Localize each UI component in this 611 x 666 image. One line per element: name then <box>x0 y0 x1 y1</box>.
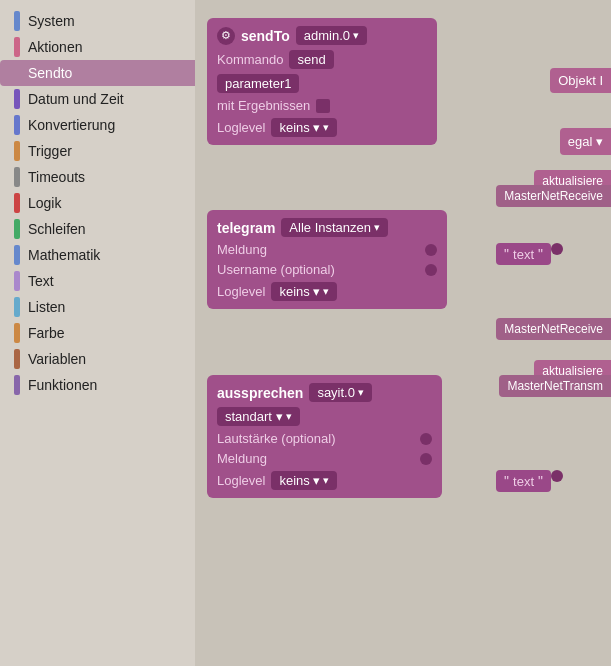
aussprechen-connector <box>551 470 563 482</box>
sidebar-label-system: System <box>28 13 75 29</box>
sidebar-item-timeouts[interactable]: Timeouts <box>0 164 195 190</box>
telegram-username-connector <box>425 264 437 276</box>
sendto-loglevel-label: Loglevel <box>217 120 265 135</box>
sidebar-item-konvertierung[interactable]: Konvertierung <box>0 112 195 138</box>
sendto-kommando-badge[interactable]: send <box>289 50 333 69</box>
sidebar-color-variablen <box>14 349 20 369</box>
sidebar-label-konvertierung: Konvertierung <box>28 117 115 133</box>
sidebar-item-schleifen[interactable]: Schleifen <box>0 216 195 242</box>
sidebar-item-funktionen[interactable]: Funktionen <box>0 372 195 398</box>
sidebar-color-text <box>14 271 20 291</box>
partial-block-objekt: Objekt I <box>550 68 611 93</box>
sidebar-label-trigger: Trigger <box>28 143 72 159</box>
sidebar-label-mathematik: Mathematik <box>28 247 100 263</box>
sendto-checkbox[interactable] <box>316 99 330 113</box>
sidebar-color-mathematik <box>14 245 20 265</box>
sendto-parameter-badge[interactable]: parameter1 <box>217 74 299 93</box>
aussprechen-meldung-label: Meldung <box>217 451 267 466</box>
aussprechen-meldung-connector <box>420 453 432 465</box>
sendto-badge[interactable]: admin.0 <box>296 26 367 45</box>
partial-block-egal: egal ▾ <box>560 128 611 155</box>
sidebar-item-aktionen[interactable]: Aktionen <box>0 34 195 60</box>
sendto-mitergebnissen-label: mit Ergebnissen <box>217 98 310 113</box>
sidebar-item-logik[interactable]: Logik <box>0 190 195 216</box>
sidebar-label-text: Text <box>28 273 54 289</box>
telegram-username-label: Username (optional) <box>217 262 335 277</box>
sidebar-color-listen <box>14 297 20 317</box>
sidebar-color-schleifen <box>14 219 20 239</box>
sidebar-label-schleifen: Schleifen <box>28 221 86 237</box>
sidebar-label-farbe: Farbe <box>28 325 65 341</box>
sidebar-color-system <box>14 11 20 31</box>
aussprechen-lautstaerke-connector <box>420 433 432 445</box>
aussprechen-loglevel-label: Loglevel <box>217 473 265 488</box>
sidebar-color-datum <box>14 89 20 109</box>
sidebar-item-system[interactable]: System <box>0 8 195 34</box>
block-sendto[interactable]: ⚙ sendTo admin.0 Kommando send parameter… <box>207 18 437 145</box>
sidebar: System Aktionen Sendto Datum und Zeit Ko… <box>0 0 195 666</box>
sidebar-item-sendto[interactable]: Sendto <box>0 60 195 86</box>
telegram-meldung-connector <box>425 244 437 256</box>
sidebar-item-farbe[interactable]: Farbe <box>0 320 195 346</box>
gear-icon: ⚙ <box>217 27 235 45</box>
sidebar-color-aktionen <box>14 37 20 57</box>
telegram-connector <box>551 243 563 255</box>
sidebar-label-datum: Datum und Zeit <box>28 91 124 107</box>
sidebar-color-timeouts <box>14 167 20 187</box>
telegram-text-badge: " text " <box>496 243 551 265</box>
telegram-loglevel-badge[interactable]: keins ▾ <box>271 282 337 301</box>
block-aussprechen[interactable]: aussprechen sayit.0 standart ▾ Lautstärk… <box>207 375 442 498</box>
telegram-meldung-label: Meldung <box>217 242 267 257</box>
sidebar-label-variablen: Variablen <box>28 351 86 367</box>
sidebar-item-listen[interactable]: Listen <box>0 294 195 320</box>
sidebar-item-datum[interactable]: Datum und Zeit <box>0 86 195 112</box>
sendto-kommando-label: Kommando <box>217 52 283 67</box>
partial-block-masternetreceive1: MasterNetReceive <box>496 185 611 207</box>
aussprechen-title: aussprechen <box>217 385 303 401</box>
sidebar-item-trigger[interactable]: Trigger <box>0 138 195 164</box>
sendto-loglevel-badge[interactable]: keins ▾ <box>271 118 337 137</box>
sidebar-color-farbe <box>14 323 20 343</box>
aussprechen-loglevel-badge[interactable]: keins ▾ <box>271 471 337 490</box>
telegram-title: telegram <box>217 220 275 236</box>
sidebar-item-mathematik[interactable]: Mathematik <box>0 242 195 268</box>
partial-block-masternettransm: MasterNetTransm <box>499 375 611 397</box>
partial-block-masternetreceive2: MasterNetReceive <box>496 318 611 340</box>
aussprechen-lautstaerke-label: Lautstärke (optional) <box>217 431 336 446</box>
sidebar-label-listen: Listen <box>28 299 65 315</box>
telegram-loglevel-label: Loglevel <box>217 284 265 299</box>
sidebar-label-logik: Logik <box>28 195 61 211</box>
sidebar-label-aktionen: Aktionen <box>28 39 82 55</box>
main-canvas: Objekt I egal ▾ aktualisiere MasterNetRe… <box>195 0 611 666</box>
aussprechen-badge[interactable]: sayit.0 <box>309 383 372 402</box>
aussprechen-standart-badge[interactable]: standart ▾ <box>217 407 300 426</box>
sidebar-color-trigger <box>14 141 20 161</box>
block-telegram[interactable]: telegram Alle Instanzen Meldung Username… <box>207 210 447 309</box>
sidebar-label-funktionen: Funktionen <box>28 377 97 393</box>
aussprechen-text-badge: " text " <box>496 470 551 492</box>
sidebar-item-text[interactable]: Text <box>0 268 195 294</box>
sidebar-label-timeouts: Timeouts <box>28 169 85 185</box>
sendto-title: sendTo <box>241 28 290 44</box>
sidebar-color-funktionen <box>14 375 20 395</box>
telegram-badge[interactable]: Alle Instanzen <box>281 218 388 237</box>
sidebar-color-konvertierung <box>14 115 20 135</box>
sidebar-item-variablen[interactable]: Variablen <box>0 346 195 372</box>
sidebar-label-sendto: Sendto <box>28 65 72 81</box>
sidebar-color-logik <box>14 193 20 213</box>
